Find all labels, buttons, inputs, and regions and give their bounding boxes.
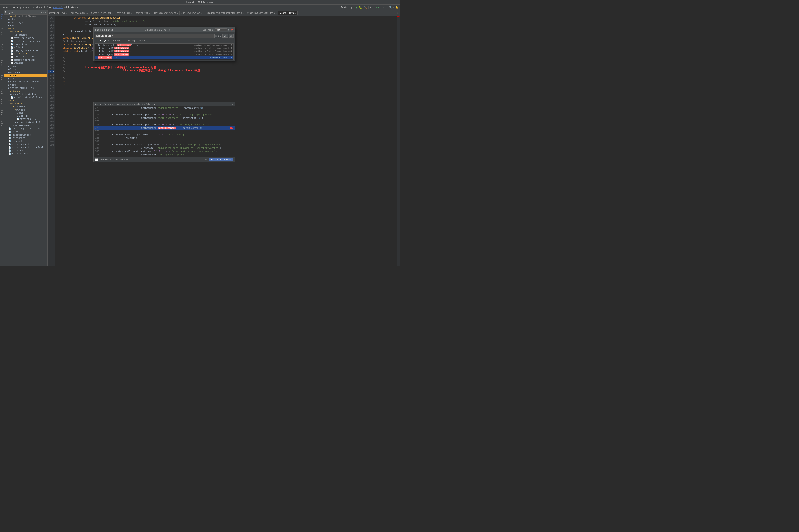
tree-item-catalina-props[interactable]: 📄 catalina.properties <box>4 40 47 43</box>
tree-item-localhost[interactable]: ▶ localhost <box>4 33 47 36</box>
tree-item-gitignore[interactable]: 📄 .gitignore <box>4 136 47 139</box>
file-mask-input[interactable] <box>215 28 227 32</box>
org-menu[interactable]: org <box>17 6 21 8</box>
tree-item-web-inf[interactable]: ▶ WEB-INF <box>4 115 47 118</box>
notifications-btn[interactable]: 🔔 <box>395 6 398 9</box>
tree-item-tomcat-users-xsd[interactable]: 📄 tomcat-users.xsd <box>4 58 47 61</box>
tree-item-modules[interactable]: ▶ modules <box>4 71 47 74</box>
git-down[interactable]: ↓ <box>383 6 384 9</box>
tree-item-web-xml[interactable]: 📄 web.xml <box>4 61 47 64</box>
project-collapse-icon[interactable]: ≡ <box>43 11 44 14</box>
find-search-input[interactable] <box>95 34 215 38</box>
popup-expand-icon[interactable]: ⊞ <box>232 103 233 105</box>
tree-item-logging-props[interactable]: 📄 logging.properties <box>4 49 47 52</box>
tab-close-icon[interactable]: × <box>177 12 178 14</box>
tree-item-server-xml[interactable]: 📄 server.xml <box>4 52 47 55</box>
git-refresh[interactable]: ↺ <box>385 6 386 9</box>
tree-item-tomcat-build[interactable]: ▶ tomcat-build-libs <box>4 87 47 90</box>
tree-item-building-txt[interactable]: 📄 BUILDING.txt <box>4 152 47 155</box>
find-tab-scope[interactable]: Scope <box>137 39 147 42</box>
tree-item-servelet-war[interactable]: 📄 servelet-test-1.0.war <box>4 96 47 99</box>
find-tab-inproject[interactable]: In Project <box>95 39 111 42</box>
structure-icon[interactable]: S t r u <box>0 26 3 38</box>
tree-item-work[interactable]: ▼ work <box>4 99 47 102</box>
tree-item-tomcat[interactable]: ▼ tomcat ~/gitlab/tomcat <box>4 15 47 18</box>
big-data-icon[interactable]: B i g <box>0 107 3 119</box>
project-menu[interactable]: tomcat <box>1 6 9 8</box>
tab-menu-icon[interactable]: ⚙ <box>396 12 400 14</box>
tree-item-res[interactable]: ▶ res <box>4 77 47 80</box>
tab-close-icon[interactable]: × <box>112 12 113 14</box>
tab-constants[interactable]: startup/Constants.java × <box>245 11 278 15</box>
tree-item-output[interactable]: ▼ output <box>4 74 47 77</box>
run-config-selector[interactable]: Bootstrap <box>339 6 354 9</box>
find-result-1[interactable]: classCache.put('addListener', clazz); Ap… <box>95 43 234 47</box>
find-clear-icon[interactable]: × <box>216 35 217 38</box>
tree-item-work-localhost[interactable]: ▼ localhost <box>4 105 47 108</box>
search-everywhere-btn[interactable]: 🔍 <box>389 6 392 9</box>
tab-tomcatusersxml[interactable]: tomcat-users.xml × <box>89 11 115 15</box>
tab-dwrapper[interactable]: dWrapper.java × <box>48 11 69 15</box>
project-settings-icon[interactable]: ⚙ <box>41 11 42 14</box>
webxml-menu[interactable]: ◉ WebXml <box>53 6 63 8</box>
tab-webxml[interactable]: WebXml.java × <box>278 11 298 15</box>
tab-close-icon[interactable]: × <box>201 12 202 14</box>
tab-close-icon[interactable]: × <box>295 12 296 14</box>
tab-namingcontext[interactable]: NamingContext.java × <box>152 11 180 15</box>
project-icon[interactable]: P r o j <box>0 12 3 24</box>
database-icon[interactable]: D a t a <box>0 72 3 85</box>
tree-item-conf[interactable]: ▼ conf <box>4 27 47 30</box>
tree-item-ant-targets[interactable]: 📄 .ant-targets-build.xml <box>4 127 47 130</box>
tree-item-test[interactable]: ▶ test <box>4 83 47 87</box>
find-tab-directory[interactable]: Directory <box>122 39 137 42</box>
tab-close-icon[interactable]: × <box>66 12 67 14</box>
tree-item-logs[interactable]: ▶ logs <box>4 68 47 71</box>
filter-icon[interactable]: ⚙ <box>228 28 229 31</box>
find-cc-btn[interactable]: Cc <box>222 34 228 38</box>
tree-item-webapps[interactable]: ▼ webapps <box>4 90 47 93</box>
tree-item-dot-project[interactable]: 📄 .project <box>4 139 47 143</box>
json-parser-icon[interactable]: J s o n <box>0 56 3 71</box>
catalina-menu[interactable]: catalina <box>32 6 42 8</box>
tree-item-tomcat-users-xml[interactable]: 📄 tomcat-users.xml <box>4 55 47 58</box>
find-result-4[interactable]: doPrivileged('addListener', ApplicationC… <box>95 53 234 56</box>
tree-item-idea[interactable]: ▶ .idea <box>4 18 47 21</box>
build-btn[interactable]: 🔨 <box>364 6 367 9</box>
art-icon[interactable]: A r t <box>0 98 3 105</box>
tree-item-servletdemo[interactable]: ▶ ServletDemo <box>4 124 47 127</box>
git-check[interactable]: ✓ <box>376 6 377 9</box>
tree-item-catalina[interactable]: ▼ Catalina <box>4 30 47 33</box>
deploy-menu[interactable]: deploy <box>43 6 51 8</box>
find-result-2[interactable]: doPrivileged('addListener', ApplicationC… <box>95 47 234 50</box>
run-btn[interactable]: ▶ <box>356 6 358 9</box>
tree-item-gitattributes[interactable]: 📄 .gitattributes <box>4 133 47 136</box>
tree-item-bin[interactable]: ▶ bin <box>4 24 47 27</box>
find-next-icon[interactable]: ↓ <box>220 35 222 38</box>
git-up[interactable]: ↑ <box>380 6 382 9</box>
pin-icon[interactable]: 📌 <box>230 28 233 31</box>
apache-menu[interactable]: apache <box>22 6 30 8</box>
settings-btn[interactable]: ⚙ <box>393 6 394 9</box>
tree-item-context-xml[interactable]: 📄 context.xml <box>4 43 47 46</box>
tree-item-mytest[interactable]: ▼ mytest <box>4 108 47 111</box>
find-w-btn[interactable]: W <box>229 34 234 38</box>
tree-item-work-catalina[interactable]: ▼ Catalina <box>4 102 47 105</box>
tree-item-classpath[interactable]: 📄 .classpath <box>4 130 47 133</box>
tab-scroll-right[interactable]: › <box>393 12 396 14</box>
git-check2[interactable]: ✓ <box>378 6 380 9</box>
tab-contextxml[interactable]: context.xml × <box>115 11 134 15</box>
tab-jspservlet[interactable]: JspServlet.java × <box>180 11 204 15</box>
tree-item-hello-txt[interactable]: 📄 hello.txt <box>4 46 47 49</box>
tab-close-icon[interactable]: × <box>243 12 244 14</box>
addlistener-menu[interactable]: addListener <box>64 6 78 8</box>
project-close-icon[interactable]: × <box>45 11 46 14</box>
tree-item-servelet-test2[interactable]: ▶ servelet-test-1.0 <box>4 121 47 124</box>
jol-icon[interactable]: J O L <box>0 120 3 127</box>
tab-close-icon[interactable]: × <box>275 12 276 14</box>
tree-item-servelet-test[interactable]: ▶ servelet-test-1.0 <box>4 93 47 96</box>
tree-item-sessions[interactable]: 📄 SESSIONS.ser <box>4 118 47 121</box>
open-find-window-btn[interactable]: Open in Find Window <box>209 158 233 162</box>
tab-close-icon[interactable]: × <box>149 12 150 14</box>
find-result-5[interactable]: 'addListener', 0); WebRuleSet.java 278 <box>95 56 234 59</box>
tab-confwebxml[interactable]: conf/web.xml × <box>69 11 90 15</box>
